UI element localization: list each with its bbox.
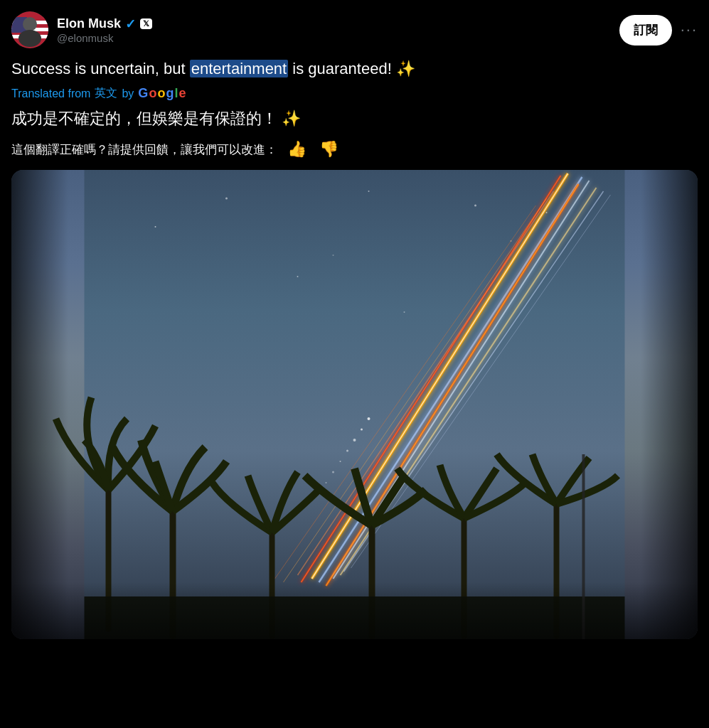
- svg-point-20: [404, 311, 405, 313]
- svg-point-10: [18, 30, 41, 47]
- media-container[interactable]: [11, 170, 698, 639]
- translation-line: Translated from 英文 by Google: [11, 86, 698, 101]
- svg-point-18: [333, 255, 334, 256]
- avatar[interactable]: [11, 11, 48, 48]
- google-g: G: [138, 86, 148, 101]
- svg-point-38: [353, 439, 356, 441]
- rocket-trails-svg: [11, 170, 698, 639]
- tweet-header: Elon Musk ✓ 𝕏 @elonmusk 訂閱 ···: [11, 11, 698, 48]
- google-g2: g: [166, 86, 174, 101]
- tweet-text: Success is uncertain, but entertainment …: [11, 57, 698, 80]
- sky-scene: [11, 170, 698, 639]
- svg-point-13: [155, 226, 156, 228]
- svg-point-36: [368, 417, 371, 420]
- svg-point-16: [546, 212, 548, 213]
- svg-point-41: [332, 471, 334, 473]
- tweet-image: [11, 170, 698, 639]
- verified-badge: ✓: [125, 16, 136, 32]
- x-badge: 𝕏: [140, 18, 152, 29]
- svg-point-39: [346, 450, 348, 452]
- svg-point-19: [474, 205, 476, 207]
- language: 英文: [95, 86, 117, 101]
- feedback-line: 這個翻譯正確嗎？請提供回饋，讓我們可以改進： 👍 👎: [11, 139, 698, 160]
- thumbs-down-button[interactable]: 👎: [316, 139, 341, 160]
- username: @elonmusk: [57, 32, 152, 44]
- google-e: e: [178, 86, 186, 101]
- subscribe-button[interactable]: 訂閱: [619, 15, 672, 46]
- thumbs-up-button[interactable]: 👍: [284, 139, 309, 160]
- google-o: o: [149, 86, 156, 101]
- by-label: by: [122, 87, 134, 100]
- google-l: l: [174, 86, 178, 101]
- google-logo: Google: [138, 86, 186, 101]
- svg-point-21: [297, 276, 299, 277]
- text-before-highlight: Success is uncertain, but: [11, 60, 190, 77]
- tweet-content: Success is uncertain, but entertainment …: [11, 57, 698, 160]
- header-left: Elon Musk ✓ 𝕏 @elonmusk: [11, 11, 152, 48]
- translated-from-label: Translated from: [11, 87, 90, 100]
- svg-point-17: [368, 191, 370, 192]
- text-after-highlight: is guaranteed! ✨: [288, 60, 415, 77]
- more-button[interactable]: ···: [681, 21, 698, 39]
- google-o2: o: [157, 86, 165, 101]
- svg-point-9: [23, 17, 37, 31]
- translated-text: 成功是不確定的，但娛樂是有保證的！ ✨: [11, 107, 698, 130]
- highlighted-word: entertainment: [190, 60, 289, 77]
- svg-point-40: [340, 461, 341, 462]
- svg-point-37: [361, 429, 363, 431]
- svg-point-42: [326, 482, 327, 483]
- display-name: Elon Musk ✓ 𝕏: [57, 16, 152, 32]
- svg-point-14: [225, 198, 228, 200]
- header-right: 訂閱 ···: [619, 15, 698, 46]
- user-info: Elon Musk ✓ 𝕏 @elonmusk: [57, 16, 152, 44]
- name-text: Elon Musk: [57, 16, 121, 31]
- bottom-dark-overlay: [11, 582, 698, 639]
- tweet-container: Elon Musk ✓ 𝕏 @elonmusk 訂閱 ··· Success i…: [0, 0, 709, 639]
- feedback-label: 這個翻譯正確嗎？請提供回饋，讓我們可以改進：: [11, 141, 277, 158]
